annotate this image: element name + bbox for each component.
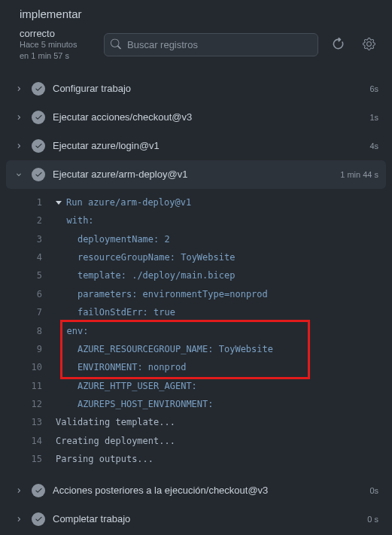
line-number: 13 xyxy=(15,415,56,430)
step-duration: 0s xyxy=(369,486,378,495)
line-text: template: ./deploy/main.bicep xyxy=(56,268,235,283)
line-number: 7 xyxy=(15,305,56,320)
step-label: Ejecutar azure/login@v1 xyxy=(53,140,362,151)
line-text: with: xyxy=(56,213,94,228)
line-number: 3 xyxy=(15,232,56,247)
step-row[interactable]: Acciones posteriores a la ejecución/chec… xyxy=(6,476,386,505)
step-row[interactable]: Completar trabajo0 s xyxy=(6,505,386,533)
check-circle-icon xyxy=(32,82,45,96)
line-text: failOnStdErr: true xyxy=(56,305,175,320)
check-circle-icon xyxy=(32,139,45,153)
status-text: correcto xyxy=(20,28,95,39)
check-circle-icon xyxy=(32,512,45,526)
step-row[interactable]: Ejecutar azure/arm-deploy@v11 min 44 s xyxy=(6,160,386,189)
line-number: 11 xyxy=(15,378,56,394)
log-line: 5 template: ./deploy/main.bicep xyxy=(6,266,386,284)
chevron-right-icon xyxy=(14,486,24,495)
line-number: 8 xyxy=(15,324,56,339)
search-input[interactable] xyxy=(104,33,318,56)
line-text: AZURE_RESOURCEGROUP_NAME: ToyWebsite xyxy=(56,342,273,357)
line-text: deploymentName: 2 xyxy=(56,232,170,247)
line-text: AZUREPS_HOST_ENVIRONMENT: xyxy=(56,397,214,412)
log-line: 10 ENVIRONMENT: nonprod xyxy=(6,358,386,376)
gear-icon xyxy=(363,38,375,53)
step-label: Acciones posteriores a la ejecución/chec… xyxy=(53,485,362,496)
step-row[interactable]: Ejecutar azure/login@v14s xyxy=(6,132,386,160)
step-duration: 4s xyxy=(369,141,378,150)
log-line: 2 with: xyxy=(6,211,386,230)
step-list: Configurar trabajo6sEjecutar acciones/ch… xyxy=(0,71,392,535)
log-line: 6 parameters: environmentType=nonprod xyxy=(6,285,386,303)
log-line: 15Parsing outputs... xyxy=(6,450,386,468)
line-number: 1 xyxy=(15,195,56,210)
log-line: 1Run azure/arm-deploy@v1 xyxy=(6,193,386,211)
check-circle-icon xyxy=(32,168,45,181)
log-line: 12 AZUREPS_HOST_ENVIRONMENT: xyxy=(6,395,386,413)
log-line: 9 AZURE_RESOURCEGROUP_NAME: ToyWebsite xyxy=(6,340,386,358)
line-text: Creating deployment... xyxy=(56,433,175,448)
caret-down-icon xyxy=(56,201,62,205)
line-text: Parsing outputs... xyxy=(56,451,153,467)
page-title: implementar xyxy=(20,8,380,20)
header: implementar correcto Hace 5 minutos en 1… xyxy=(0,0,392,71)
line-number: 5 xyxy=(15,268,56,283)
line-number: 15 xyxy=(15,451,56,467)
line-text: resourceGroupName: ToyWebsite xyxy=(56,250,235,265)
line-text: AZURE_HTTP_USER_AGENT: xyxy=(56,378,197,394)
check-circle-icon xyxy=(32,111,45,124)
chevron-right-icon xyxy=(14,141,24,150)
step-duration: 6s xyxy=(369,84,378,93)
step-duration: 0 s xyxy=(367,515,378,524)
line-text: env: xyxy=(56,324,88,339)
line-number: 9 xyxy=(15,342,56,357)
log-line: 13Validating template... xyxy=(6,413,386,431)
line-number: 4 xyxy=(15,250,56,265)
header-row: correcto Hace 5 minutos en 1 min 57 s xyxy=(12,28,380,62)
line-text: Run azure/arm-deploy@v1 xyxy=(56,195,191,210)
chevron-down-icon xyxy=(14,170,24,179)
status-duration: en 1 min 57 s xyxy=(20,50,95,62)
step-row[interactable]: Configurar trabajo6s xyxy=(6,74,386,103)
search-wrap xyxy=(104,33,318,56)
chevron-right-icon xyxy=(14,113,24,122)
line-number: 12 xyxy=(15,397,56,412)
refresh-icon xyxy=(332,38,345,53)
line-number: 10 xyxy=(15,360,56,375)
log-line: 3 deploymentName: 2 xyxy=(6,230,386,248)
log-output: 1Run azure/arm-deploy@v12 with:3 deploym… xyxy=(6,189,386,476)
step-duration: 1s xyxy=(369,113,378,122)
check-circle-icon xyxy=(32,484,45,497)
step-label: Ejecutar azure/arm-deploy@v1 xyxy=(53,169,333,180)
line-text: Validating template... xyxy=(56,415,175,430)
step-label: Configurar trabajo xyxy=(53,83,362,94)
step-label: Ejecutar acciones/checkout@v3 xyxy=(53,111,362,123)
log-line: 14Creating deployment... xyxy=(6,432,386,450)
chevron-right-icon xyxy=(14,515,24,524)
search-icon xyxy=(111,38,121,51)
refresh-button[interactable] xyxy=(327,33,349,57)
log-line: 7 failOnStdErr: true xyxy=(6,303,386,321)
step-row[interactable]: Ejecutar acciones/checkout@v31s xyxy=(6,103,386,132)
step-duration: 1 min 44 s xyxy=(340,170,378,179)
status-time-ago: Hace 5 minutos xyxy=(20,39,95,50)
line-number: 14 xyxy=(15,433,56,448)
status-block: correcto Hace 5 minutos en 1 min 57 s xyxy=(20,28,95,62)
line-number: 6 xyxy=(15,287,56,302)
log-line: 4 resourceGroupName: ToyWebsite xyxy=(6,248,386,266)
settings-button[interactable] xyxy=(358,33,380,57)
step-label: Completar trabajo xyxy=(53,513,360,524)
line-text: ENVIRONMENT: nonprod xyxy=(56,360,186,375)
log-line: 8 env: xyxy=(6,322,386,340)
chevron-right-icon xyxy=(14,84,24,93)
log-line: 11 AZURE_HTTP_USER_AGENT: xyxy=(6,377,386,395)
line-text: parameters: environmentType=nonprod xyxy=(56,287,268,302)
line-number: 2 xyxy=(15,213,56,228)
